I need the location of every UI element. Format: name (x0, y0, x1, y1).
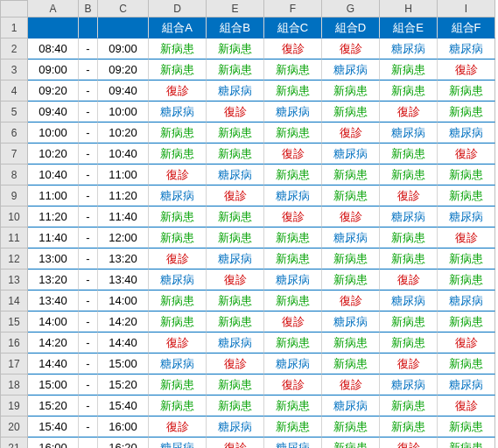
data-cell: 新病患 (380, 416, 438, 438)
time-end: 14:00 (98, 290, 149, 312)
blank-header (28, 18, 79, 38)
data-cell: 新病患 (207, 122, 264, 144)
row-header-21[interactable]: 21 (0, 438, 28, 448)
row-header-12[interactable]: 12 (0, 248, 28, 270)
col-header-G[interactable]: G (322, 0, 380, 18)
row-header-4[interactable]: 4 (0, 80, 28, 102)
data-cell: 復診 (207, 270, 264, 290)
data-cell: 新病患 (149, 396, 207, 416)
data-cell: 新病患 (438, 312, 495, 332)
time-end: 16:00 (98, 416, 149, 438)
row-header-8[interactable]: 8 (0, 164, 28, 186)
data-cell: 復診 (322, 38, 380, 60)
data-cell: 新病患 (322, 270, 380, 290)
time-start: 13:00 (28, 248, 79, 270)
col-header-F[interactable]: F (264, 0, 322, 18)
row-header-14[interactable]: 14 (0, 290, 28, 312)
data-cell: 復診 (207, 354, 264, 374)
data-cell: 復診 (207, 102, 264, 122)
group-header-F: 組合F (438, 18, 495, 38)
row-header-5[interactable]: 5 (0, 102, 28, 122)
data-cell: 糖尿病 (322, 144, 380, 164)
col-header-C[interactable]: C (98, 0, 149, 18)
col-header-A[interactable]: A (28, 0, 79, 18)
data-cell: 新病患 (438, 416, 495, 438)
data-cell: 糖尿病 (264, 270, 322, 290)
time-end: 13:40 (98, 270, 149, 290)
data-cell: 新病患 (264, 416, 322, 438)
data-cell: 新病患 (207, 144, 264, 164)
data-cell: 新病患 (207, 228, 264, 248)
time-dash: - (79, 60, 98, 80)
col-header-D[interactable]: D (149, 0, 207, 18)
row-header-16[interactable]: 16 (0, 332, 28, 354)
data-cell: 新病患 (380, 332, 438, 354)
data-cell: 新病患 (149, 38, 207, 60)
row-header-2[interactable]: 2 (0, 38, 28, 60)
col-header-I[interactable]: I (438, 0, 495, 18)
col-header-H[interactable]: H (380, 0, 438, 18)
data-cell: 新病患 (380, 312, 438, 332)
row-header-6[interactable]: 6 (0, 122, 28, 144)
data-cell: 糖尿病 (438, 38, 495, 60)
data-cell: 新病患 (438, 438, 495, 448)
row-header-18[interactable]: 18 (0, 374, 28, 396)
group-header-C: 組合C (264, 18, 322, 38)
row-header-1[interactable]: 1 (0, 18, 28, 38)
time-start: 16:00 (28, 438, 79, 448)
group-header-A: 組合A (149, 18, 207, 38)
data-cell: 新病患 (149, 312, 207, 332)
time-dash: - (79, 122, 98, 144)
col-header-corner[interactable] (0, 0, 28, 18)
time-end: 09:20 (98, 60, 149, 80)
row-header-3[interactable]: 3 (0, 60, 28, 80)
data-cell: 新病患 (149, 374, 207, 396)
row-header-10[interactable]: 10 (0, 206, 28, 228)
time-end: 10:00 (98, 102, 149, 122)
data-cell: 復診 (264, 144, 322, 164)
time-end: 15:00 (98, 354, 149, 374)
data-cell: 新病患 (380, 228, 438, 248)
data-cell: 復診 (380, 354, 438, 374)
row-header-9[interactable]: 9 (0, 186, 28, 206)
data-cell: 新病患 (322, 332, 380, 354)
group-header-E: 組合E (380, 18, 438, 38)
data-cell: 新病患 (380, 396, 438, 416)
data-cell: 糖尿病 (438, 290, 495, 312)
data-cell: 復診 (149, 164, 207, 186)
time-start: 10:40 (28, 164, 79, 186)
data-cell: 糖尿病 (149, 354, 207, 374)
row-header-13[interactable]: 13 (0, 270, 28, 290)
row-header-19[interactable]: 19 (0, 396, 28, 416)
data-cell: 糖尿病 (380, 290, 438, 312)
data-cell: 復診 (380, 102, 438, 122)
row-header-11[interactable]: 11 (0, 228, 28, 248)
data-cell: 新病患 (438, 248, 495, 270)
row-header-20[interactable]: 20 (0, 416, 28, 438)
col-header-B[interactable]: B (79, 0, 98, 18)
data-cell: 新病患 (380, 60, 438, 80)
time-dash: - (79, 332, 98, 354)
time-dash: - (79, 102, 98, 122)
col-header-E[interactable]: E (207, 0, 264, 18)
data-cell: 糖尿病 (264, 354, 322, 374)
row-header-7[interactable]: 7 (0, 144, 28, 164)
data-cell: 復診 (207, 438, 264, 448)
time-start: 14:40 (28, 354, 79, 374)
data-cell: 新病患 (380, 80, 438, 102)
data-cell: 新病患 (207, 206, 264, 228)
data-cell: 新病患 (322, 186, 380, 206)
time-start: 15:40 (28, 416, 79, 438)
data-cell: 復診 (207, 186, 264, 206)
row-header-15[interactable]: 15 (0, 312, 28, 332)
time-end: 10:40 (98, 144, 149, 164)
data-cell: 復診 (438, 332, 495, 354)
row-header-17[interactable]: 17 (0, 354, 28, 374)
data-cell: 復診 (380, 186, 438, 206)
spreadsheet: ABCDEFGHI1組合A組合B組合C組合D組合E組合F208:40-09:00… (0, 0, 498, 448)
group-header-D: 組合D (322, 18, 380, 38)
data-cell: 糖尿病 (207, 416, 264, 438)
data-cell: 復診 (380, 270, 438, 290)
time-dash: - (79, 228, 98, 248)
data-cell: 新病患 (149, 144, 207, 164)
